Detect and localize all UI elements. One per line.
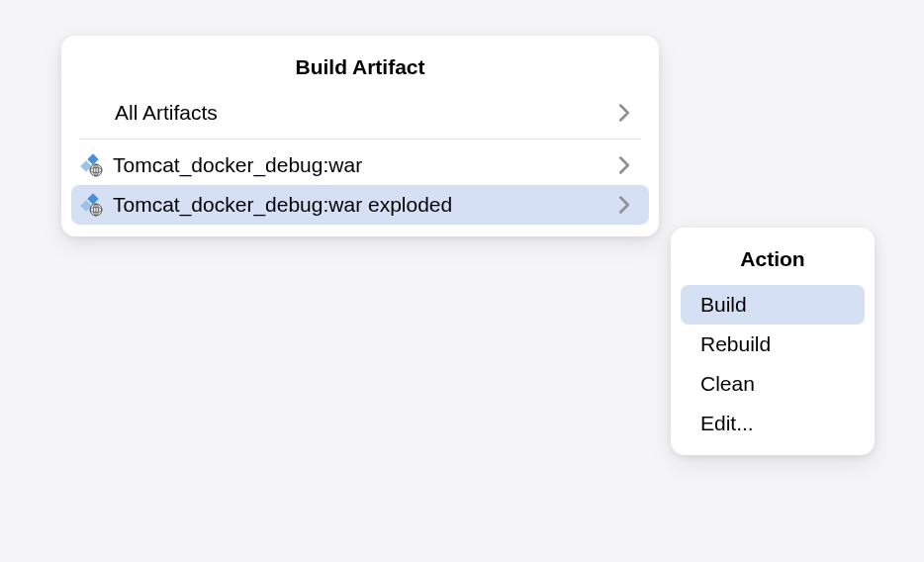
menu-item-artifact-war-exploded[interactable]: Tomcat_docker_debug:war exploded (71, 185, 649, 225)
svg-rect-6 (87, 193, 98, 204)
action-label: Clean (700, 372, 755, 395)
chevron-right-icon (617, 101, 631, 125)
action-rebuild[interactable]: Rebuild (681, 325, 865, 364)
web-artifact-icon (79, 153, 103, 177)
action-label: Edit... (700, 412, 754, 434)
web-artifact-icon (79, 193, 103, 217)
action-clean[interactable]: Clean (681, 364, 865, 404)
menu-item-label: All Artifacts (115, 101, 607, 125)
action-edit[interactable]: Edit... (681, 404, 865, 443)
action-build[interactable]: Build (681, 285, 865, 325)
menu-item-artifact-war[interactable]: Tomcat_docker_debug:war (71, 145, 649, 185)
build-artifact-title: Build Artifact (61, 47, 659, 93)
build-artifact-popup: Build Artifact All Artifacts Tomcat_dock… (61, 36, 659, 236)
chevron-right-icon (617, 193, 631, 217)
menu-item-label: Tomcat_docker_debug:war (113, 153, 607, 177)
action-title: Action (671, 239, 875, 285)
action-popup: Action Build Rebuild Clean Edit... (671, 228, 875, 455)
menu-item-all-artifacts[interactable]: All Artifacts (71, 93, 649, 133)
svg-rect-0 (87, 153, 98, 164)
menu-item-label: Tomcat_docker_debug:war exploded (113, 193, 607, 217)
chevron-right-icon (617, 153, 631, 177)
divider (79, 139, 641, 140)
action-label: Build (700, 293, 747, 316)
action-label: Rebuild (700, 332, 771, 355)
